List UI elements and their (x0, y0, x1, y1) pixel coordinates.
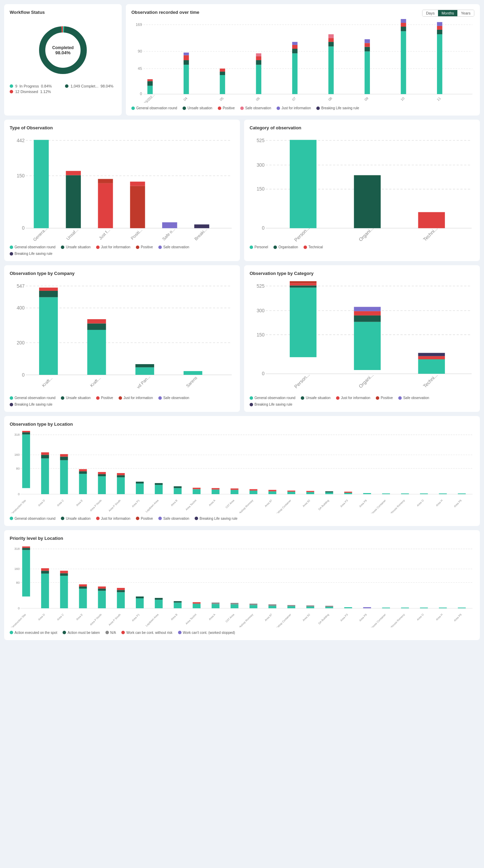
svg-rect-65 (98, 179, 113, 183)
li-general-dot (10, 246, 13, 249)
svg-text:06: 06 (255, 96, 261, 102)
svg-text:Area H: Area H (435, 499, 443, 507)
svg-text:Area P North: Area P North (89, 499, 102, 512)
svg-text:80: 80 (16, 581, 20, 584)
svg-rect-104 (136, 367, 154, 375)
svg-rect-174 (269, 490, 277, 491)
svg-rect-162 (155, 483, 163, 485)
obs-location-title: Observation type by Location (10, 422, 474, 427)
svg-text:90: 90 (138, 49, 142, 53)
row-1: Workflow Status Completed (4, 4, 480, 116)
svg-text:07: 07 (291, 96, 297, 102)
personel-dot (250, 246, 253, 249)
legend-info: Just for information (277, 106, 311, 110)
btn-days[interactable]: Days (422, 10, 438, 16)
svg-rect-45 (437, 22, 442, 26)
svg-text:Area E: Area E (75, 499, 83, 507)
svg-rect-28 (292, 45, 297, 49)
svg-rect-98 (39, 297, 58, 375)
obs-cat-legend: General observation round Unsafe situati… (250, 396, 474, 406)
svg-rect-64 (98, 183, 113, 228)
svg-rect-183 (363, 493, 371, 494)
svg-rect-265 (420, 608, 428, 608)
donut-container: Completed 98.04% (10, 19, 116, 81)
svg-rect-264 (401, 608, 409, 608)
category-obs-card: Category of observation 525 300 150 0 (244, 120, 480, 261)
svg-text:200: 200 (17, 340, 25, 345)
svg-text:Area P3: Area P3 (339, 613, 348, 622)
obs-company-svg: 547 400 200 0 (10, 280, 234, 393)
btn-months[interactable]: Months (438, 10, 457, 16)
svg-rect-146 (41, 452, 49, 455)
completed-dot (65, 84, 68, 88)
breaking-dot (316, 107, 320, 110)
svg-rect-68 (162, 222, 177, 228)
svg-text:Area P6: Area P6 (453, 499, 462, 508)
legend-completed: 1,049 Complet... 98.04% (65, 84, 116, 88)
svg-text:Area P South: Area P South (108, 499, 121, 513)
svg-rect-25 (256, 53, 261, 56)
svg-text:C07 Area: C07 Area (225, 613, 235, 623)
row-4: Observation type by Location 318 160 80 … (4, 416, 480, 526)
svg-text:DA Building: DA Building (318, 613, 330, 625)
svg-rect-17 (184, 55, 189, 60)
svg-text:Area 92: Area 92 (302, 499, 311, 508)
svg-text:Area O: Area O (416, 499, 425, 507)
obs-cat-title: Observation type by Category (250, 271, 474, 276)
btn-years[interactable]: Years (457, 10, 474, 16)
svg-rect-256 (287, 605, 295, 606)
svg-text:08: 08 (327, 96, 333, 102)
svg-rect-156 (117, 477, 125, 494)
safe-label: Safe observation (245, 106, 271, 110)
svg-text:150: 150 (257, 186, 264, 192)
svg-text:160: 160 (14, 453, 20, 456)
svg-text:Workshop Container: Workshop Container (272, 613, 292, 627)
svg-rect-151 (79, 471, 87, 474)
svg-text:0: 0 (18, 607, 20, 610)
svg-text:300: 300 (257, 162, 264, 168)
svg-rect-144 (41, 459, 49, 494)
svg-rect-12 (147, 86, 152, 94)
priority-location-legend: Action executed on the spot Action must … (10, 631, 474, 635)
svg-text:Workshop Romney: Workshop Romney (236, 613, 254, 627)
priority-location-title: Priority level by Location (10, 536, 474, 541)
time-chart-svg: 169 90 45 0 (131, 19, 474, 103)
svg-text:150: 150 (17, 173, 25, 178)
svg-text:400: 400 (17, 305, 25, 311)
svg-text:03/202...: 03/202... (143, 93, 155, 103)
svg-text:Warehouse Container: Warehouse Container (366, 499, 387, 513)
co-breaking-dot (10, 403, 13, 406)
svg-rect-237 (117, 590, 125, 592)
svg-text:Area 97: Area 97 (264, 499, 273, 508)
svg-rect-26 (292, 53, 297, 94)
svg-rect-225 (41, 571, 49, 573)
svg-rect-124 (354, 315, 381, 322)
svg-rect-120 (290, 285, 316, 287)
svg-text:Kraft...: Kraft... (89, 376, 102, 388)
safe-dot (240, 107, 244, 110)
legend-safe: Safe observation (240, 106, 271, 110)
li-info-dot (96, 246, 100, 249)
svg-rect-129 (418, 353, 445, 356)
svg-text:Area 92: Area 92 (302, 613, 311, 622)
time-header: Observation recorded over time Days Mont… (131, 10, 474, 19)
svg-rect-258 (306, 605, 314, 606)
li-positive-dot (136, 246, 139, 249)
svg-text:300: 300 (257, 308, 264, 313)
co-unsafe-dot (61, 396, 64, 400)
li-info: Just for information (96, 245, 130, 249)
svg-rect-224 (41, 573, 49, 608)
svg-rect-240 (136, 597, 144, 598)
time-legend: General observation round Unsafe situati… (131, 106, 474, 110)
svg-text:Organi...: Organi... (357, 372, 374, 389)
svg-rect-266 (439, 608, 447, 608)
svg-text:Just f...: Just f... (98, 228, 111, 241)
unsafe-label: Unsafe situation (187, 106, 212, 110)
cat-obs-chart: 525 300 150 0 Person... Organi... (250, 135, 474, 242)
svg-rect-180 (325, 491, 333, 492)
svg-rect-37 (365, 39, 370, 43)
svg-text:Area B: Area B (170, 613, 178, 621)
svg-rect-35 (365, 47, 370, 51)
svg-rect-243 (174, 602, 182, 608)
row-2: Type of Observation 442 150 0 (4, 120, 480, 261)
